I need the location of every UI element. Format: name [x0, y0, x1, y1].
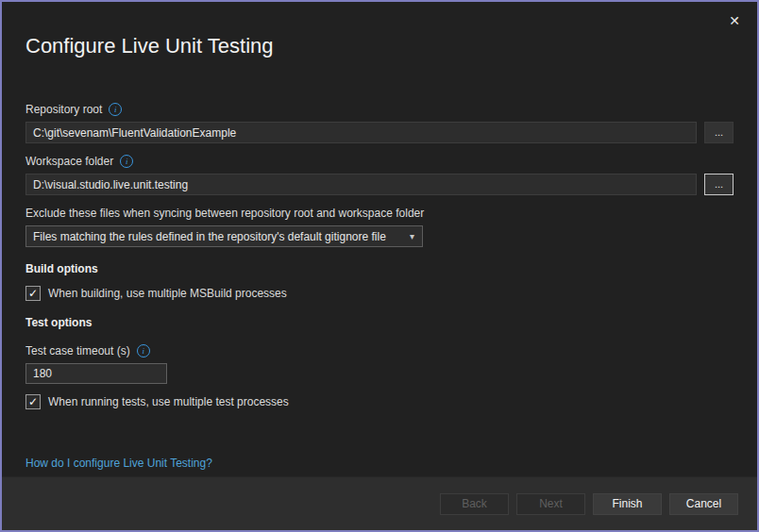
repository-root-label: Repository root	[25, 103, 102, 116]
test-options-heading: Test options	[25, 316, 734, 329]
exclude-files-group: Exclude these files when syncing between…	[25, 207, 734, 247]
cancel-button[interactable]: Cancel	[669, 493, 738, 515]
close-icon[interactable]: ✕	[723, 9, 746, 32]
dialog-footer: Back Next Finish Cancel	[2, 476, 757, 530]
repository-root-input-row: ...	[25, 122, 734, 143]
msbuild-processes-checkbox[interactable]: ✓	[25, 286, 41, 301]
repository-root-label-row: Repository root i	[25, 103, 734, 116]
test-case-timeout-label: Test case timeout (s)	[25, 344, 130, 357]
msbuild-processes-checkbox-row[interactable]: ✓ When building, use multiple MSBuild pr…	[25, 286, 734, 301]
repository-root-browse-button[interactable]: ...	[704, 122, 734, 143]
exclude-files-selected-option: Files matching the rules defined in the …	[33, 230, 386, 243]
build-options-heading: Build options	[25, 262, 734, 275]
dialog-content: Configure Live Unit Testing Repository r…	[2, 34, 757, 471]
configure-live-unit-testing-dialog: ✕ Configure Live Unit Testing Repository…	[0, 0, 759, 532]
workspace-folder-label-row: Workspace folder i	[25, 155, 734, 168]
test-processes-checkbox-label: When running tests, use multiple test pr…	[48, 395, 289, 408]
exclude-files-label: Exclude these files when syncing between…	[25, 207, 734, 220]
workspace-folder-label: Workspace folder	[25, 155, 113, 168]
test-processes-checkbox-row[interactable]: ✓ When running tests, use multiple test …	[25, 394, 734, 409]
chevron-down-icon: ▾	[410, 231, 414, 241]
back-button[interactable]: Back	[440, 493, 509, 515]
workspace-folder-input-row: ...	[25, 174, 734, 195]
info-icon[interactable]: i	[109, 103, 122, 116]
workspace-folder-group: Workspace folder i ...	[25, 155, 734, 195]
info-icon[interactable]: i	[120, 155, 133, 168]
help-link[interactable]: How do I configure Live Unit Testing?	[25, 457, 212, 470]
msbuild-processes-checkbox-label: When building, use multiple MSBuild proc…	[48, 287, 287, 300]
test-case-timeout-label-row: Test case timeout (s) i	[25, 344, 734, 357]
repository-root-input[interactable]	[25, 122, 697, 143]
exclude-files-dropdown[interactable]: Files matching the rules defined in the …	[25, 225, 423, 247]
test-case-timeout-input[interactable]	[25, 363, 167, 384]
next-button[interactable]: Next	[516, 493, 585, 515]
finish-button[interactable]: Finish	[593, 493, 662, 515]
repository-root-group: Repository root i ...	[25, 103, 734, 143]
page-title: Configure Live Unit Testing	[25, 34, 734, 58]
info-icon[interactable]: i	[137, 344, 150, 357]
workspace-folder-input[interactable]	[25, 174, 697, 195]
workspace-folder-browse-button[interactable]: ...	[704, 174, 734, 195]
test-processes-checkbox[interactable]: ✓	[25, 394, 41, 409]
